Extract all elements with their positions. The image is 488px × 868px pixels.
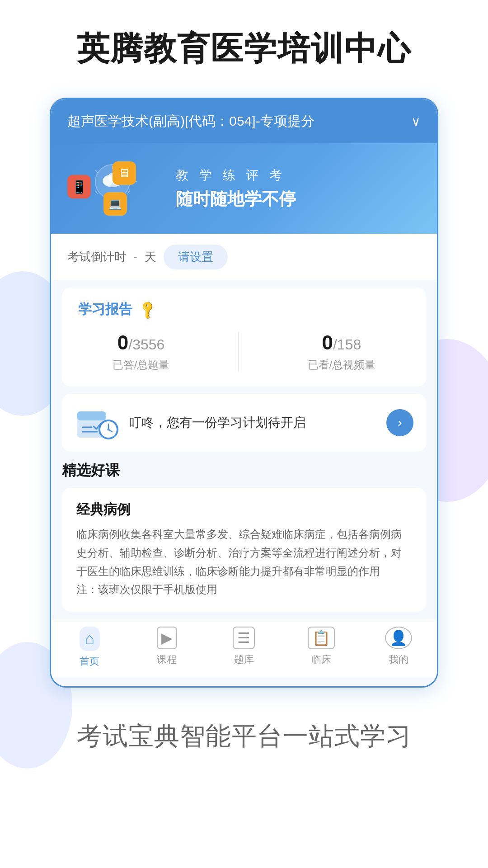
banner-text-area: 教 学 练 评 考 随时随地学不停 (176, 167, 421, 211)
banner-icon-tablet: 📱 (67, 175, 91, 198)
svg-point-21 (108, 429, 110, 431)
countdown-tian: 天 (145, 249, 156, 265)
play-icon: ▶ (157, 627, 177, 649)
app-header-title: 超声医学技术(副高)[代码：054]-专项提分 (67, 112, 404, 131)
questions-label: 已答/总题量 (113, 358, 170, 372)
study-report-card: 学习报告 🔑 0/3556 已答/总题量 0/158 (62, 288, 426, 387)
course-description: 临床病例收集各科室大量常多发、综合疑难临床病症，包括各病例病史分析、辅助检查、诊… (76, 525, 412, 599)
nav-item-clinical[interactable]: 📋 临床 (299, 627, 344, 668)
home-icon-bg: ⌂ (80, 627, 100, 651)
countdown-dash: - (133, 250, 137, 264)
list-icon: ☰ (233, 627, 255, 649)
key-icon: 🔑 (136, 298, 158, 320)
banner-icon-laptop: 💻 (103, 192, 127, 216)
study-report-title: 学习报告 (78, 300, 132, 319)
clipboard-icon: 📋 (308, 627, 335, 649)
app-header[interactable]: 超声医学技术(副高)[代码：054]-专项提分 ∨ (51, 99, 437, 143)
nav-item-home[interactable]: ⌂ 首页 (67, 627, 112, 668)
svg-line-5 (95, 170, 98, 173)
total-videos: /158 (333, 336, 361, 353)
plan-arrow-button[interactable]: › (386, 409, 413, 436)
chevron-down-icon: ∨ (411, 114, 421, 129)
featured-title: 精选好课 (62, 461, 426, 481)
nav-item-profile[interactable]: 👤 我的 (376, 627, 421, 668)
videos-label: 已看/总视频量 (308, 358, 376, 372)
nav-label-profile: 我的 (389, 653, 408, 666)
videos-stat: 0/158 已看/总视频量 (308, 331, 376, 372)
plan-icon-area (75, 405, 120, 441)
banner-subtitle: 教 学 练 评 考 (176, 167, 421, 184)
banner-icon-monitor: 🖥 (113, 161, 136, 185)
nav-item-questions[interactable]: ☰ 题库 (221, 627, 267, 668)
nav-label-questions: 题库 (234, 653, 254, 666)
countdown-bar: 考试倒计时 - 天 请设置 (51, 234, 437, 280)
page-title: 英腾教育医学培训中心 (77, 27, 411, 71)
banner-title: 随时随地学不停 (176, 188, 421, 211)
answered-count: 0 (117, 331, 128, 354)
bottom-nav: ⌂ 首页 ▶ 课程 ☰ 题库 📋 临床 👤 (51, 619, 437, 677)
svg-line-8 (95, 191, 98, 193)
course-name: 经典病例 (76, 500, 412, 519)
course-card[interactable]: 经典病例 临床病例收集各科室大量常多发、综合疑难临床病症，包括各病例病史分析、辅… (62, 488, 426, 612)
app-content: 考试倒计时 - 天 请设置 学习报告 🔑 0/3556 已答/总 (51, 234, 437, 686)
nav-item-course[interactable]: ▶ 课程 (144, 627, 189, 668)
user-icon: 👤 (385, 627, 412, 649)
questions-stat: 0/3556 已答/总题量 (113, 331, 170, 372)
phone-mockup: 超声医学技术(副高)[代码：054]-专项提分 ∨ (50, 98, 438, 688)
banner-icons-area: 📱 🖥 💻 (67, 161, 167, 216)
svg-line-6 (127, 191, 130, 193)
calendar-clock-icon (75, 405, 120, 441)
study-stats: 0/3556 已答/总题量 0/158 已看/总视频量 (78, 331, 410, 372)
app-banner: 📱 🖥 💻 教 学 练 评 考 随时随地学不停 (51, 143, 437, 234)
bottom-tagline: 考试宝典智能平台一站式学习 (77, 719, 412, 754)
svg-rect-14 (77, 411, 106, 420)
countdown-set-button[interactable]: 请设置 (164, 245, 228, 269)
total-questions: /3556 (128, 336, 164, 353)
watched-count: 0 (322, 331, 333, 354)
countdown-label: 考试倒计时 (67, 249, 126, 265)
stat-divider (238, 331, 239, 372)
nav-label-clinical: 临床 (311, 653, 331, 666)
plan-text: 叮咚，您有一份学习计划待开启 (129, 414, 377, 431)
featured-section: 精选好课 经典病例 临床病例收集各科室大量常多发、综合疑难临床病症，包括各病例病… (62, 461, 426, 612)
study-report-header: 学习报告 🔑 (78, 300, 410, 319)
nav-label-course: 课程 (157, 653, 177, 666)
home-icon: ⌂ (85, 629, 95, 648)
nav-label-home: 首页 (80, 655, 99, 668)
study-plan-card[interactable]: 叮咚，您有一份学习计划待开启 › (62, 394, 426, 452)
